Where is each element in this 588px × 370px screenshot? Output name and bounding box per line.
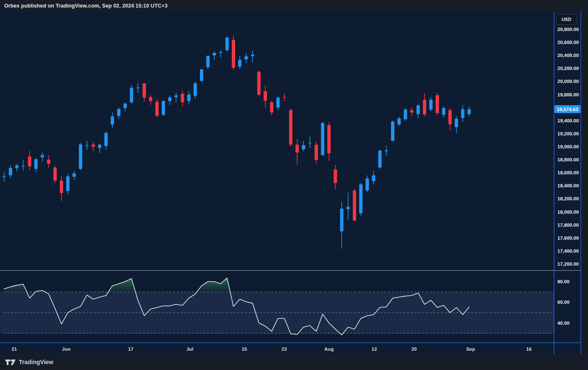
candle — [53, 166, 57, 183]
candle — [359, 183, 363, 216]
candle — [130, 85, 133, 104]
candle — [435, 93, 439, 116]
svg-text:19,000.00: 19,000.00 — [557, 144, 579, 149]
candle — [225, 36, 229, 52]
svg-text:80.00: 80.00 — [557, 279, 570, 284]
svg-text:Sep: Sep — [466, 347, 475, 352]
svg-text:Jul: Jul — [187, 347, 194, 352]
candle — [232, 36, 235, 70]
svg-text:20,600.00: 20,600.00 — [557, 40, 579, 45]
svg-text:18,400.00: 18,400.00 — [557, 183, 579, 188]
svg-text:19,800.00: 19,800.00 — [557, 92, 579, 97]
svg-text:18,600.00: 18,600.00 — [557, 170, 579, 175]
publish-text: Orbex published on TradingView.com, Sep … — [4, 3, 168, 9]
price-chart-svg[interactable]: 20,800.0020,600.0020,400.0020,200.0020,0… — [0, 12, 588, 354]
candle — [378, 150, 382, 169]
svg-text:17,600.00: 17,600.00 — [557, 235, 579, 241]
candle — [257, 71, 261, 97]
svg-text:20,000.00: 20,000.00 — [557, 79, 579, 84]
svg-text:17,800.00: 17,800.00 — [557, 223, 579, 228]
candle — [155, 100, 159, 117]
svg-text:19,574.63: 19,574.63 — [557, 107, 578, 112]
svg-text:40.00: 40.00 — [557, 321, 570, 326]
svg-text:15: 15 — [242, 347, 247, 352]
svg-text:16: 16 — [526, 347, 532, 352]
chart-area[interactable]: 20,800.0020,600.0020,400.0020,200.0020,0… — [0, 12, 588, 354]
footer-bar: TradingView — [0, 354, 588, 370]
svg-text:20: 20 — [412, 347, 417, 352]
svg-text:21: 21 — [12, 347, 17, 352]
svg-text:18,000.00: 18,000.00 — [557, 210, 579, 215]
svg-text:20,400.00: 20,400.00 — [557, 53, 579, 58]
svg-text:18,800.00: 18,800.00 — [557, 157, 579, 162]
svg-text:20,800.00: 20,800.00 — [557, 27, 579, 32]
publish-bar: Orbex published on TradingView.com, Sep … — [0, 0, 588, 12]
candle — [321, 122, 324, 156]
svg-text:19,200.00: 19,200.00 — [557, 131, 579, 136]
candle — [206, 55, 210, 69]
candle — [200, 69, 203, 83]
tradingview-brand-text: TradingView — [19, 359, 53, 365]
svg-text:Jun: Jun — [62, 347, 70, 352]
svg-text:12: 12 — [372, 347, 377, 352]
svg-text:23: 23 — [282, 347, 287, 352]
svg-text:19,400.00: 19,400.00 — [557, 118, 579, 123]
candle — [353, 189, 356, 221]
candle — [162, 101, 165, 116]
tradingview-logo[interactable]: TradingView — [5, 358, 53, 366]
last-price-tag: 19,574.63 — [554, 105, 580, 113]
svg-text:20,200.00: 20,200.00 — [557, 66, 579, 71]
svg-text:17,400.00: 17,400.00 — [557, 248, 579, 254]
svg-text:17,200.00: 17,200.00 — [557, 261, 579, 267]
currency-button[interactable]: USD — [556, 14, 577, 25]
tradingview-logo-icon — [5, 358, 16, 366]
svg-text:Aug: Aug — [324, 347, 334, 352]
svg-text:60.00: 60.00 — [557, 300, 570, 305]
candle — [289, 109, 293, 147]
candle — [391, 121, 394, 142]
candle — [404, 108, 407, 121]
svg-text:18,200.00: 18,200.00 — [557, 196, 579, 201]
candle — [79, 143, 82, 170]
svg-text:17: 17 — [128, 347, 134, 352]
